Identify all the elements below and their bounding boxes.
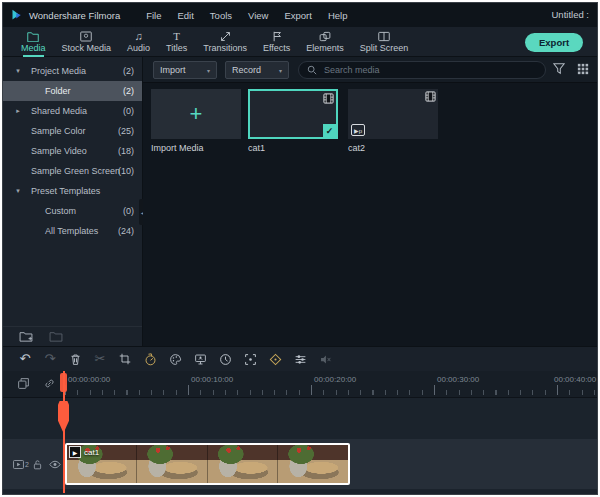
import-media-tile[interactable]: + Import Media	[151, 89, 241, 153]
chevron-down-icon: ▾	[207, 67, 210, 74]
link-icon[interactable]	[43, 377, 56, 390]
export-button[interactable]: Export	[525, 33, 583, 52]
timeline-clip-cat1[interactable]	[65, 443, 350, 485]
sidebar-item-sample-color[interactable]: Sample Color (25)	[3, 121, 142, 141]
titles-icon: T	[173, 30, 180, 42]
clip-label: ▶ cat1	[69, 446, 99, 458]
sidebar-item-sample-green-screen[interactable]: Sample Green Screen (10)	[3, 161, 142, 181]
sidebar-item-folder[interactable]: Folder (2)	[3, 81, 142, 101]
tab-bar: Media Stock Media ♫ Audio T Titles Trans…	[3, 27, 597, 57]
audio-notes-icon: ♫	[134, 30, 142, 42]
plus-icon: +	[151, 89, 241, 139]
delete-folder-icon[interactable]	[49, 331, 63, 342]
expander-icon: ▸	[13, 101, 23, 121]
media-folder-icon	[27, 30, 39, 42]
add-folder-icon[interactable]	[19, 331, 33, 342]
playhead-handle[interactable]	[60, 373, 67, 392]
split-scissors-icon[interactable]: ✂	[92, 351, 108, 367]
audio-mixer-icon[interactable]	[292, 351, 308, 367]
media-tile-cat1[interactable]: ✓ cat1	[248, 89, 338, 153]
menu-file[interactable]: File	[146, 10, 161, 21]
filter-icon[interactable]	[553, 63, 565, 75]
search-box[interactable]	[298, 61, 546, 79]
effects-icon	[271, 30, 282, 42]
menu-export[interactable]: Export	[284, 10, 311, 21]
ruler-label: 00:00:30:00	[437, 375, 479, 384]
ruler-label: 00:00:20:00	[314, 375, 356, 384]
transitions-icon	[220, 30, 231, 42]
sidebar-item-sample-video[interactable]: Sample Video (18)	[3, 141, 142, 161]
record-dropdown[interactable]: Record▾	[225, 61, 289, 79]
media-grid: + Import Media ✓ cat1 ▶p cat2	[143, 85, 598, 205]
app-name: Wondershare Filmora	[29, 10, 120, 21]
play-icon: ▶	[69, 446, 81, 458]
tab-effects[interactable]: Effects	[263, 27, 290, 57]
green-screen-icon[interactable]	[192, 351, 208, 367]
speed-icon[interactable]	[142, 351, 158, 367]
timeline: 00:00:00:00 00:00:10:00 00:00:20:00 00:0…	[3, 371, 597, 495]
menu-edit[interactable]: Edit	[177, 10, 193, 21]
menu-view[interactable]: View	[248, 10, 268, 21]
media-panel: Import▾ Record▾ + Import Media	[143, 57, 598, 346]
tab-media[interactable]: Media	[21, 27, 46, 57]
keyframe-icon[interactable]	[267, 351, 283, 367]
tab-elements[interactable]: Elements	[306, 27, 344, 57]
menu-help[interactable]: Help	[328, 10, 348, 21]
timeline-ruler[interactable]: 00:00:00:00 00:00:10:00 00:00:20:00 00:0…	[3, 371, 597, 398]
film-icon	[323, 93, 334, 104]
sidebar-item-shared-media[interactable]: ▸ Shared Media (0)	[3, 101, 142, 121]
video-track-row: 2 ▶ cat1	[3, 439, 597, 489]
sidebar-item-project-media[interactable]: ▾ Project Media (2)	[3, 61, 142, 81]
tab-stock-media[interactable]: Stock Media	[62, 27, 112, 57]
project-title: Untitled :	[552, 3, 590, 27]
sidebar-item-all-templates[interactable]: All Templates (24)	[3, 221, 142, 241]
crop-icon[interactable]	[117, 351, 133, 367]
grid-view-icon[interactable]	[577, 63, 589, 75]
clip-frame	[208, 445, 278, 483]
clip-frame	[137, 445, 207, 483]
ruler-label: 00:00:40:00	[554, 375, 596, 384]
expander-icon: ▾	[13, 181, 23, 201]
filmora-logo-icon	[11, 9, 23, 21]
sidebar-footer	[3, 326, 142, 346]
track-number: 2	[25, 461, 29, 468]
color-icon[interactable]	[167, 351, 183, 367]
timeline-body: 2 ▶ cat1	[3, 397, 597, 495]
check-icon: ✓	[323, 124, 336, 137]
lock-icon[interactable]	[32, 459, 43, 470]
expander-icon: ▾	[13, 61, 23, 81]
edit-toolbar: ↶ ↷ ✂	[3, 346, 597, 371]
clip-frame	[278, 445, 348, 483]
track-type-icon: 2	[13, 460, 29, 469]
film-icon	[425, 91, 436, 102]
split-screen-icon	[378, 30, 390, 42]
media-sidebar: ▾ Project Media (2) Folder (2) ▸ Shared …	[3, 57, 143, 346]
media-tile-cat2[interactable]: ▶p cat2	[348, 89, 438, 153]
copy-icon[interactable]	[17, 377, 30, 390]
tab-transitions[interactable]: Transitions	[203, 27, 247, 57]
menu-tools[interactable]: Tools	[210, 10, 232, 21]
mute-icon[interactable]	[317, 351, 333, 367]
ruler-label: 00:00:10:00	[191, 375, 233, 384]
stock-media-icon	[80, 30, 92, 42]
elements-icon	[319, 30, 331, 42]
search-icon	[307, 65, 317, 75]
ruler-major-ticks	[65, 385, 597, 395]
import-dropdown[interactable]: Import▾	[153, 61, 217, 79]
delete-icon[interactable]	[67, 351, 83, 367]
proxy-icon: ▶p	[351, 124, 365, 136]
duration-icon[interactable]	[217, 351, 233, 367]
menu-bar: Wondershare Filmora File Edit Tools View…	[3, 3, 597, 27]
chevron-down-icon: ▾	[279, 67, 282, 74]
eye-icon[interactable]	[49, 460, 61, 469]
redo-icon[interactable]: ↷	[42, 351, 58, 367]
sidebar-item-preset-templates[interactable]: ▾ Preset Templates	[3, 181, 142, 201]
undo-icon[interactable]: ↶	[17, 351, 33, 367]
tab-audio[interactable]: ♫ Audio	[127, 27, 150, 57]
sidebar-item-custom[interactable]: Custom (0)	[3, 201, 142, 221]
tab-split-screen[interactable]: Split Screen	[360, 27, 409, 57]
media-toolbar: Import▾ Record▾	[143, 57, 598, 83]
tab-titles[interactable]: T Titles	[166, 27, 187, 57]
motion-track-icon[interactable]	[242, 351, 258, 367]
search-input[interactable]	[322, 64, 537, 76]
